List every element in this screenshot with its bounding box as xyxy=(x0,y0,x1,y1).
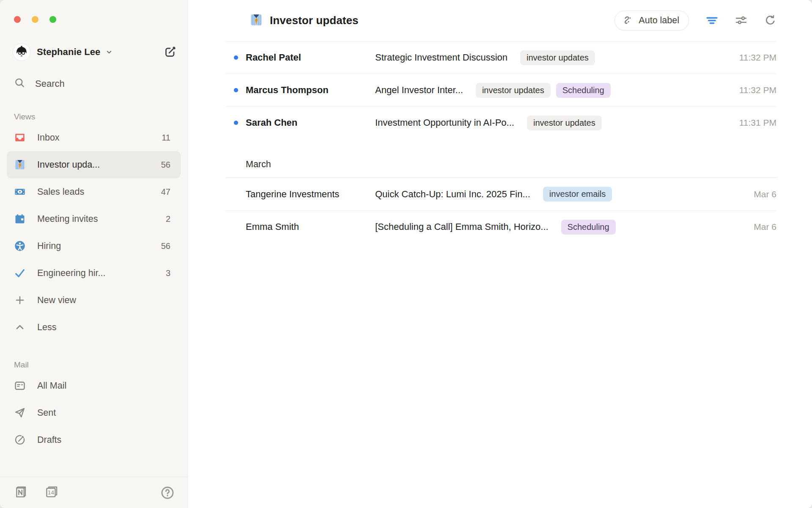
notion-calendar-app-icon[interactable]: 14 xyxy=(44,485,59,501)
main-content: Investor updates Auto label xyxy=(188,0,812,508)
filter-icon[interactable] xyxy=(706,14,718,27)
email-time: 11:32 PM xyxy=(739,85,776,95)
notion-app-icon[interactable] xyxy=(14,485,28,501)
email-row-emma-smith[interactable]: Emma Smith [Scheduling a Call] Emma Smit… xyxy=(225,210,776,243)
necktie-emoji-icon xyxy=(250,13,263,28)
email-row-rachel-patel[interactable]: Rachel Patel Strategic Investment Discus… xyxy=(225,41,776,74)
date-group-header: March xyxy=(225,152,776,178)
sidebar-footer: 14 xyxy=(0,477,187,508)
sidebar-item-drafts[interactable]: Drafts xyxy=(7,426,181,453)
email-subject: [Scheduling a Call] Emma Smith, Horizo..… xyxy=(375,221,549,232)
label-chip[interactable]: investor updates xyxy=(520,50,595,65)
new-view-button[interactable]: New view xyxy=(7,287,181,314)
email-row-tangerine-investments[interactable]: Tangerine Investments Quick Catch-Up: Lu… xyxy=(225,178,776,210)
refresh-icon[interactable] xyxy=(764,14,776,27)
page-title: Investor updates xyxy=(270,14,359,27)
unread-count: 2 xyxy=(166,214,170,224)
email-sender: Rachel Patel xyxy=(246,52,375,63)
label-chip[interactable]: investor updates xyxy=(476,83,551,98)
email-time: 11:32 PM xyxy=(739,52,776,63)
sidebar-item-investor-updates[interactable]: Investor upda... 56 xyxy=(7,151,181,178)
plus-icon xyxy=(14,294,26,306)
views-nav: Inbox 11 Investor upda... 56 xyxy=(0,124,187,341)
auto-label-sparkle-icon xyxy=(623,14,634,27)
close-window-button[interactable] xyxy=(14,16,21,23)
unread-count: 56 xyxy=(161,241,170,251)
label-chip[interactable]: Scheduling xyxy=(561,220,616,235)
view-header: Investor updates Auto label xyxy=(188,0,812,41)
email-row-marcus-thompson[interactable]: Marcus Thompson Angel Investor Inter... … xyxy=(225,74,776,106)
sidebar-item-sales-leads[interactable]: Sales leads 47 xyxy=(7,178,181,205)
avatar xyxy=(13,43,30,61)
paper-plane-icon xyxy=(14,407,26,419)
email-subject: Quick Catch-Up: Lumi Inc. 2025 Fin... xyxy=(375,189,530,200)
date-group-label: March xyxy=(246,159,271,170)
app-window: Stephanie Lee Search Views xyxy=(0,0,812,508)
zoom-window-button[interactable] xyxy=(49,16,56,23)
unread-count: 47 xyxy=(161,187,170,197)
email-sender: Emma Smith xyxy=(246,221,375,232)
accessibility-icon xyxy=(14,240,26,252)
draft-pencil-icon xyxy=(14,434,26,446)
less-button[interactable]: Less xyxy=(7,314,181,341)
unread-count: 11 xyxy=(162,133,170,143)
sidebar-item-meeting-invites[interactable]: Meeting invites 2 xyxy=(7,205,181,232)
email-sender: Tangerine Investments xyxy=(246,189,375,200)
search-icon xyxy=(14,77,25,90)
unread-dot xyxy=(234,192,238,196)
label-chip[interactable]: Scheduling xyxy=(556,83,611,98)
email-subject: Investment Opportunity in AI-Po... xyxy=(375,117,514,128)
unread-dot xyxy=(234,88,238,92)
compose-icon[interactable] xyxy=(164,46,176,58)
mail-section-label: Mail xyxy=(14,360,187,370)
window-controls xyxy=(0,0,187,23)
calendar-icon xyxy=(14,213,26,225)
views-section-label: Views xyxy=(14,112,187,121)
sidebar-item-hiring[interactable]: Hiring 56 xyxy=(7,232,181,260)
search-button[interactable]: Search xyxy=(14,77,176,90)
email-subject: Strategic Investment Discussion xyxy=(375,52,508,63)
search-label: Search xyxy=(35,78,65,89)
unread-dot xyxy=(234,225,238,229)
necktie-icon xyxy=(14,159,26,171)
email-time: 11:31 PM xyxy=(739,118,776,128)
user-name: Stephanie Lee xyxy=(37,47,100,58)
display-settings-icon[interactable] xyxy=(735,14,747,27)
unread-dot xyxy=(234,121,238,125)
email-subject: Angel Investor Inter... xyxy=(375,85,463,96)
label-chip[interactable]: investor emails xyxy=(543,187,612,202)
checkmark-icon xyxy=(14,267,26,279)
sidebar-item-inbox[interactable]: Inbox 11 xyxy=(7,124,181,151)
mail-nav: All Mail Sent xyxy=(0,372,187,453)
help-icon[interactable] xyxy=(160,486,175,500)
minimize-window-button[interactable] xyxy=(32,16,38,23)
label-chip[interactable]: investor updates xyxy=(527,116,602,130)
mail-card-icon xyxy=(14,380,26,392)
auto-label-button[interactable]: Auto label xyxy=(614,11,689,30)
inbox-tray-icon xyxy=(14,132,26,144)
banknote-icon xyxy=(14,186,26,198)
unread-dot xyxy=(234,55,238,60)
sidebar-item-all-mail[interactable]: All Mail xyxy=(7,372,181,399)
email-time: Mar 6 xyxy=(754,222,776,232)
chevron-up-icon xyxy=(14,321,26,333)
chevron-down-icon[interactable] xyxy=(104,47,114,57)
email-sender: Sarah Chen xyxy=(246,117,375,128)
email-row-sarah-chen[interactable]: Sarah Chen Investment Opportunity in AI-… xyxy=(225,106,776,139)
email-list: Rachel Patel Strategic Investment Discus… xyxy=(225,41,776,243)
unread-count: 56 xyxy=(161,160,170,170)
account-switcher[interactable]: Stephanie Lee xyxy=(13,43,176,61)
unread-count: 3 xyxy=(166,268,170,278)
sidebar: Stephanie Lee Search Views xyxy=(0,0,188,508)
sidebar-item-sent[interactable]: Sent xyxy=(7,399,181,426)
email-sender: Marcus Thompson xyxy=(246,85,375,96)
email-time: Mar 6 xyxy=(754,189,776,199)
sidebar-item-engineering-hiring[interactable]: Engineering hir... 3 xyxy=(7,260,181,287)
svg-text:14: 14 xyxy=(48,490,54,496)
